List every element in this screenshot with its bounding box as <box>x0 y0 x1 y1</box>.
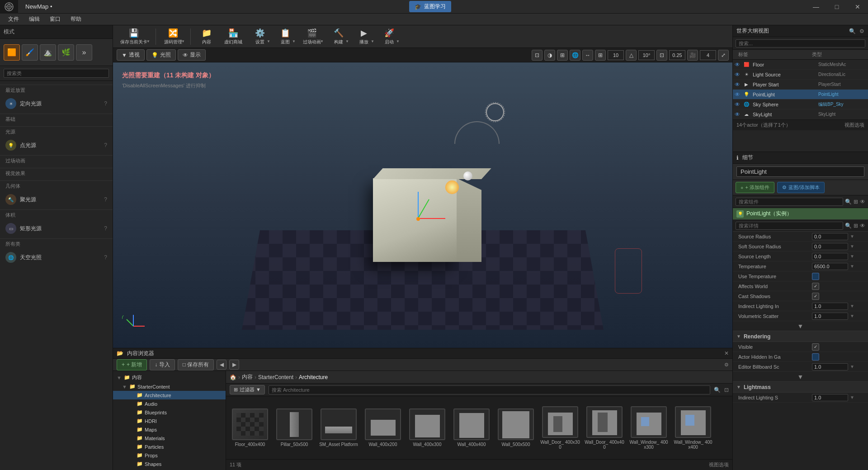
use-temperature-checkbox[interactable] <box>812 273 819 280</box>
outliner-search-input[interactable] <box>736 39 865 47</box>
source-length-input[interactable] <box>812 253 848 260</box>
blueprint-add-script-button[interactable]: ⚙ 蓝图/添加脚本 <box>777 182 825 193</box>
asset-window-300[interactable]: Wall_Window_ 400x300 <box>628 406 669 450</box>
new-button[interactable]: + + 新增 <box>117 359 147 370</box>
maximize-viewport-icon[interactable]: ⤢ <box>718 50 729 61</box>
perspective-view-icon[interactable]: ⊡ <box>532 50 542 61</box>
asset-wall-500[interactable]: Wall_500x500 <box>495 408 536 447</box>
asset-window-400[interactable]: Wall_Window_ 400x400 <box>673 406 713 450</box>
asset-wall-400[interactable]: Wall_400x400 <box>451 408 492 447</box>
tree-item-props[interactable]: 📁 Props <box>113 451 226 460</box>
source-radius-input[interactable] <box>812 233 848 240</box>
expand-props-button[interactable]: ▼ <box>733 321 868 331</box>
expand-modes-icon[interactable]: » <box>76 44 92 61</box>
nav-back-button[interactable]: ◀ <box>217 360 226 370</box>
breadcrumb-startercontent[interactable]: StarterContent <box>258 374 293 380</box>
snap-surface-icon[interactable]: ⊞ <box>557 50 568 61</box>
asset-wall-200[interactable]: Wall_400x200 <box>363 408 403 447</box>
save-all-button[interactable]: □ 保存所有 <box>178 359 214 370</box>
import-button[interactable]: ↓ 导入 <box>150 359 175 370</box>
breadcrumb-architecture[interactable]: Architecture <box>299 374 328 380</box>
tree-item-audio[interactable]: 📁 Audio <box>113 399 226 408</box>
asset-platform[interactable]: SM_Asset Platform <box>318 408 359 447</box>
tree-item-content[interactable]: ▼ 📁 内容 <box>113 373 226 382</box>
close-button[interactable]: ✕ <box>847 0 868 14</box>
place-mode-icon[interactable]: 🟧 <box>4 44 20 61</box>
menu-file[interactable]: 文件 <box>4 14 24 24</box>
blueprint-learn-button[interactable]: 🎓 蓝图学习 <box>409 1 451 12</box>
viewport-show-button[interactable]: 👁 显示 <box>178 49 206 61</box>
nav-forward-button[interactable]: ▶ <box>229 360 239 370</box>
tree-item-particles[interactable]: 📁 Particles <box>113 442 226 451</box>
search-icon[interactable]: 🔍 <box>714 387 721 393</box>
cb-close-icon[interactable]: ✕ <box>724 350 729 356</box>
viewport[interactable]: X Y Z 光照需要重建（11 未构建 对象） 'DisableAllScree… <box>113 62 732 348</box>
asset-door-400[interactable]: Wall_Door_ 400x400 <box>584 406 625 450</box>
asset-door-300[interactable]: Wall_Door_ 400x300 <box>540 406 580 450</box>
actor-name-input[interactable] <box>736 166 864 177</box>
asset-wall-300[interactable]: Wall_400x300 <box>407 408 448 447</box>
sky-light-item[interactable]: 🌐 天空光照 ? <box>0 249 113 266</box>
volumetric-scatter-input[interactable] <box>812 313 848 320</box>
viewport-lighting-button[interactable]: 💡 光照 <box>146 49 176 61</box>
minimize-button[interactable]: — <box>806 0 826 14</box>
actor-player-start[interactable]: 👁 ▶ Player Start PlayerStart <box>733 80 868 90</box>
tree-item-materials[interactable]: 📁 Materials <box>113 434 226 442</box>
menu-window[interactable]: 窗口 <box>45 14 65 24</box>
angle-icon[interactable]: △ <box>626 50 637 61</box>
spotlight-item[interactable]: 🔦 聚光源 ? <box>0 191 113 208</box>
scale-icon[interactable]: ⊡ <box>656 50 667 61</box>
maximize-button[interactable]: □ <box>826 0 847 14</box>
actor-floor[interactable]: 👁 🟥 Floor StaticMeshAc <box>733 60 868 70</box>
grid-view-icon[interactable]: ⊞ <box>595 50 606 61</box>
foliage-mode-icon[interactable]: 🌿 <box>58 44 74 61</box>
indirect-scale-input[interactable] <box>812 394 848 401</box>
settings-button[interactable]: ⚙️ 设置 <box>249 26 271 47</box>
cinematics-button[interactable]: 🎬 过场动画 <box>299 26 325 47</box>
lightmass-section-header[interactable]: ▼ Lightmass <box>733 382 868 393</box>
editor-billboard-input[interactable] <box>812 363 848 370</box>
content-button[interactable]: 📁 内容 <box>195 26 218 47</box>
options-icon[interactable]: ⊡ <box>724 387 729 393</box>
search-assets-input[interactable] <box>269 385 710 394</box>
actor-sky-sphere[interactable]: 👁 🌐 Sky Sphere 编辑BP_Sky <box>733 100 868 109</box>
filter-button[interactable]: ⊞ 过滤器 ▼ <box>230 385 265 394</box>
search-components-input[interactable] <box>736 198 843 206</box>
indirect-lighting-input[interactable] <box>812 303 848 310</box>
search-input[interactable] <box>4 69 109 78</box>
directional-light-item[interactable]: ☀ 定向光源 ? <box>0 95 113 112</box>
point-light-item[interactable]: 💡 点光源 ? <box>0 137 113 153</box>
tree-item-blueprints[interactable]: 📁 Blueprints <box>113 408 226 417</box>
affects-world-checkbox[interactable] <box>812 283 819 290</box>
build-button[interactable]: 🔨 构建 <box>327 26 350 47</box>
tree-item-shapes[interactable]: 📁 Shapes <box>113 460 226 468</box>
landscape-mode-icon[interactable]: ⛰️ <box>40 44 56 61</box>
marketplace-button[interactable]: 🏪 虚幻商城 <box>221 26 246 47</box>
component-pointlight[interactable]: 💡 PointLight（实例） <box>733 208 868 220</box>
asset-pillar[interactable]: Pillar_50x500 <box>274 408 315 447</box>
visible-checkbox[interactable] <box>812 343 819 351</box>
actor-pointlight[interactable]: 👁 💡 PointLight PointLight <box>733 90 868 100</box>
search-details-input[interactable] <box>736 222 843 230</box>
launch-button[interactable]: 🚀 启动 <box>378 26 401 47</box>
outliner-search-icon[interactable]: 🔍 <box>849 28 856 34</box>
actor-hidden-checkbox[interactable] <box>812 353 819 361</box>
viewport-perspective-button[interactable]: ▼ 透视 <box>117 49 145 61</box>
menu-help[interactable]: 帮助 <box>66 14 86 24</box>
rect-light-item[interactable]: ▭ 矩形光源 ? <box>0 220 113 237</box>
source-control-button[interactable]: 🔀 源码管理 <box>160 26 186 47</box>
temperature-input[interactable] <box>812 263 848 270</box>
tree-item-maps[interactable]: 📁 Maps <box>113 425 226 434</box>
expand-rendering-button[interactable]: ▼ <box>733 372 868 382</box>
add-component-button[interactable]: + + 添加组件 <box>736 182 774 193</box>
breadcrumb-content[interactable]: 内容 <box>242 373 253 381</box>
save-button[interactable]: 💾 保存当前关卡 <box>117 26 151 47</box>
lighting-view-icon[interactable]: ◑ <box>544 50 555 61</box>
soft-radius-input[interactable] <box>812 243 848 250</box>
world-grid-icon[interactable]: 🌐 <box>570 50 580 61</box>
tree-item-startercontent[interactable]: ▼ 📁 StarterContent <box>113 382 226 391</box>
view-options-button[interactable]: 视图选项 <box>709 461 729 468</box>
outliner-view-options[interactable]: 视图选项 <box>844 122 864 128</box>
cb-options-icon[interactable]: ⚙ <box>724 362 729 368</box>
tree-item-hdri[interactable]: 📁 HDRI <box>113 417 226 425</box>
